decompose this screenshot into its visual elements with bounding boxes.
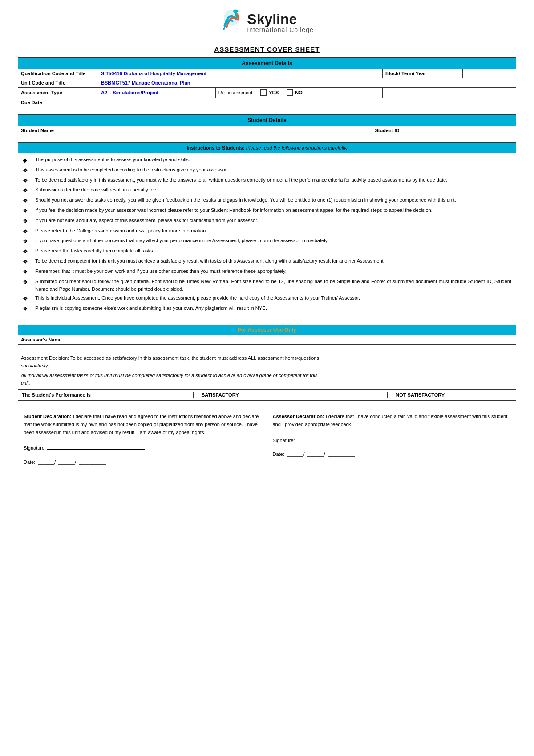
student-declaration-left: Student Declaration: I declare that I ha…	[18, 408, 267, 471]
yes-label: YES	[269, 90, 279, 95]
instructions-body: ◆The purpose of this assessment is to as…	[18, 153, 516, 317]
instruction-text: The purpose of this assessment is to ass…	[35, 156, 511, 165]
instruction-item: ❖To be deemed satisfactory in this asses…	[23, 176, 511, 186]
qualification-label: Qualification Code and Title	[18, 69, 98, 78]
performance-row: The Student's Performance is SATISFACTOR…	[18, 390, 516, 401]
instruction-bullet: ❖	[23, 278, 35, 293]
instruction-bullet: ❖	[23, 196, 35, 206]
assessor-signature-underline	[296, 442, 394, 442]
instruction-item: ◆The purpose of this assessment is to as…	[23, 156, 511, 165]
instruction-bullet: ❖	[23, 247, 35, 256]
instruction-item: ❖Plagiarism is copying someone else's wo…	[23, 305, 511, 314]
no-label: NO	[295, 90, 303, 95]
instruction-text: If you are not sure about any aspect of …	[35, 217, 511, 226]
instruction-bullet: ◆	[23, 156, 35, 165]
not-satisfactory-option: NOT SATISFACTORY	[316, 390, 516, 400]
instruction-item: ❖This is individual Assessment. Once you…	[23, 294, 511, 304]
instruction-bullet: ❖	[23, 268, 35, 277]
assessor-signature-line: Signature:	[273, 437, 511, 445]
qualification-value: SIT50416 Diploma of Hospitality Manageme…	[98, 69, 383, 78]
reassessment-cell: Re-assessment YES NO	[215, 88, 382, 98]
student-id-value[interactable]	[452, 126, 516, 135]
instruction-item: ❖If you are not sure about any aspect of…	[23, 217, 511, 226]
student-details-table: Student Details Student Name Student ID	[18, 114, 516, 135]
instruction-bullet: ❖	[23, 227, 35, 236]
instructions-header-bold: Instructions to Students:	[186, 145, 244, 150]
instruction-text: Submission after the due date will resul…	[35, 186, 511, 195]
instruction-text: Should you not answer the tasks correctl…	[35, 196, 511, 206]
page-title: ASSESSMENT COVER SHEET	[18, 45, 516, 53]
student-signature-underline	[47, 449, 145, 450]
instruction-item: ❖If you have questions and other concern…	[23, 237, 511, 246]
performance-label: The Student's Performance is	[18, 390, 116, 400]
instruction-item: ❖If you feel the decision made by your a…	[23, 207, 511, 216]
decision-line2: satisfactorily.	[21, 362, 513, 370]
assessment-type-label: Assessment Type	[18, 88, 98, 98]
instructions-header-italic: Please read the following instructions c…	[246, 145, 348, 150]
unit-code-row: Unit Code and Title BSBMGT517 Manage Ope…	[18, 78, 516, 88]
instruction-text: This assessment is to be completed accor…	[35, 166, 511, 175]
assessment-details-table: Assessment Details Qualification Code an…	[18, 57, 516, 107]
instruction-item: ❖Submission after the due date will resu…	[23, 186, 511, 195]
assessor-use-header: For Assessor Use Only	[18, 325, 516, 335]
instruction-text: Remember, that it must be your own work …	[35, 268, 511, 277]
not-satisfactory-label: NOT SATISFACTORY	[396, 392, 445, 398]
logo-skyline-text: Skyline	[247, 12, 313, 26]
student-details-header: Student Details	[18, 115, 516, 126]
due-date-value[interactable]	[98, 98, 516, 107]
logo-container: Skyline International College	[18, 9, 516, 37]
assessors-name-row: Assessor's Name	[18, 335, 516, 345]
assessors-name-value[interactable]	[107, 335, 516, 345]
assessor-declaration-title: Assessor Declaration:	[273, 414, 324, 419]
due-date-row: Due Date	[18, 98, 516, 107]
instruction-bullet: ❖	[23, 237, 35, 246]
instruction-bullet: ❖	[23, 176, 35, 186]
student-date-line: Date: ______/ ______/ __________	[24, 459, 262, 467]
instruction-text: To be deemed satisfactory in this assess…	[35, 176, 511, 186]
instruction-text: Submitted document should follow the giv…	[35, 278, 511, 293]
student-signature-label: Signature:	[24, 445, 46, 451]
yes-checkbox[interactable]	[260, 89, 267, 96]
satisfactory-option: SATISFACTORY	[116, 390, 316, 400]
unit-code-label: Unit Code and Title	[18, 78, 98, 88]
instructions-box: Instructions to Students: Please read th…	[18, 142, 516, 317]
instruction-item: ❖Should you not answer the tasks correct…	[23, 196, 511, 206]
unit-code-value: BSBMGT517 Manage Operational Plan	[98, 78, 516, 88]
instruction-text: Please read the tasks carefully then com…	[35, 247, 511, 256]
student-id-label: Student ID	[372, 126, 452, 135]
logo-intl-text: International College	[247, 26, 313, 33]
assessor-declaration-right: Assessor Declaration: I declare that I h…	[267, 408, 516, 471]
instruction-bullet: ❖	[23, 186, 35, 195]
instruction-item: ❖Remember, that it must be your own work…	[23, 268, 511, 277]
student-signature-line: Signature:	[24, 444, 262, 452]
block-term-year-value[interactable]	[463, 69, 516, 78]
instruction-item: ❖Please read the tasks carefully then co…	[23, 247, 511, 256]
assessor-date-line: Date: ______/ ______/ __________	[273, 451, 511, 459]
decision-line3: All individual assessment tasks of this …	[21, 372, 513, 379]
assessment-type-row: Assessment Type A2 – Simulations/Project…	[18, 88, 516, 98]
declaration-section: Student Declaration: I declare that I ha…	[18, 408, 516, 471]
instruction-text: If you have questions and other concerns…	[35, 237, 511, 246]
instruction-bullet: ❖	[23, 305, 35, 314]
satisfactory-checkbox[interactable]	[193, 392, 199, 398]
skyline-logo-icon	[220, 9, 243, 37]
performance-options: SATISFACTORY NOT SATISFACTORY	[116, 390, 516, 400]
block-term-year-label: Block/ Term/ Year	[383, 69, 463, 78]
satisfactory-label: SATISFACTORY	[202, 392, 239, 398]
student-name-label: Student Name	[18, 126, 98, 135]
instruction-text: This is individual Assessment. Once you …	[35, 294, 511, 304]
assessment-decision-text: Assessment Decision: To be accessed as s…	[18, 352, 516, 390]
not-satisfactory-checkbox[interactable]	[387, 392, 393, 398]
instruction-bullet: ❖	[23, 166, 35, 175]
instruction-text: Plagiarism is copying someone else's wor…	[35, 305, 511, 314]
assessor-signature-label: Signature:	[273, 438, 295, 443]
instruction-bullet: ❖	[23, 294, 35, 304]
instruction-text: Please refer to the College re-submissio…	[35, 227, 511, 236]
student-declaration-title: Student Declaration:	[24, 414, 72, 419]
decision-line4: unit.	[21, 379, 513, 387]
assessment-details-header: Assessment Details	[18, 58, 516, 69]
student-name-value[interactable]	[98, 126, 372, 135]
student-date-label: Date:	[24, 459, 35, 465]
assessment-type-value: A2 – Simulations/Project	[98, 88, 216, 98]
no-checkbox[interactable]	[287, 89, 293, 96]
